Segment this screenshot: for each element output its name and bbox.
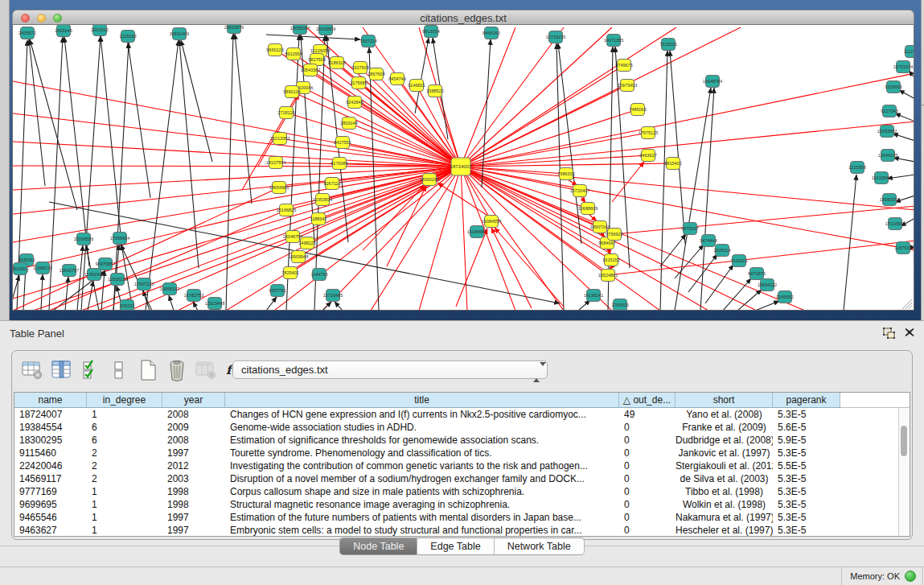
graph-node-label: 9827503 — [308, 57, 325, 62]
graph-node-label: 18724007 — [450, 164, 472, 169]
graph-edge — [33, 167, 461, 311]
graph-edge — [303, 88, 461, 167]
graph-edge — [65, 277, 68, 311]
table-cell: Estimation of significance thresholds fo… — [225, 434, 619, 447]
graph-edge — [371, 167, 461, 311]
tab-network-table[interactable]: Network Table — [495, 538, 585, 555]
column-visibility-icon[interactable] — [49, 359, 73, 381]
table-cell: Dudbridge et al. (2008) — [676, 434, 773, 447]
graph-edge — [322, 302, 331, 311]
scrollbar-thumb[interactable] — [901, 426, 907, 456]
graph-edge — [101, 36, 121, 242]
graph-node-label: 1783426 — [611, 303, 628, 307]
table-scrollbar[interactable] — [898, 408, 910, 537]
delete-column-icon[interactable] — [194, 359, 218, 381]
graph-node-label: 13942757 — [60, 268, 79, 273]
table-cell: 5.3E-5 — [773, 511, 840, 524]
node-table: namein_degreeyeartitle△ out_de...shortpa… — [14, 392, 910, 537]
graph-node-label: 12213383 — [270, 136, 290, 141]
graph-edge — [369, 47, 379, 311]
delete-table-icon[interactable] — [165, 359, 189, 381]
column-header-title[interactable]: title — [225, 393, 619, 408]
memory-status[interactable]: Memory: OK — [841, 567, 923, 585]
graph-edge — [581, 197, 585, 203]
table-cell: Structural magnetic resonance image aver… — [225, 498, 619, 511]
table-row[interactable]: 1830029562008Estimation of significance … — [14, 434, 910, 447]
graph-node-label: 1144793 — [310, 272, 327, 277]
network-graph[interactable]: 2405572230914620615102115193306914062393… — [13, 25, 914, 311]
table-row[interactable]: 1456911722003Disruption of a novel membe… — [14, 472, 910, 485]
graph-node-label: 9227343 — [881, 109, 897, 113]
network-desktop: citations_edges.txt 24055722309146206151… — [0, 0, 924, 320]
graph-node-label: 10719155 — [546, 35, 565, 39]
tab-edge-table[interactable]: Edge Table — [417, 538, 494, 555]
header-filler — [840, 393, 910, 408]
table-cell: 18724007 — [14, 408, 87, 421]
graph-node-label: 16524861 — [598, 273, 618, 278]
graph-node-label: 8813054 — [422, 29, 439, 34]
table-row[interactable]: 911546021997Tourette syndrome. Phenomeno… — [14, 447, 910, 459]
graph-node-label: 505193 — [120, 303, 134, 308]
select-all-rows-icon[interactable] — [78, 359, 102, 381]
resize-grip-icon[interactable] — [902, 299, 912, 309]
graph-node-label: 1588522 — [426, 89, 443, 93]
column-header-name[interactable]: name — [14, 393, 87, 408]
table-cell: Embryonic stem cells: a model to study s… — [225, 524, 619, 537]
table-browser: f(x) citations_edges.txt namein_degreeye… — [11, 350, 913, 540]
close-panel-icon[interactable] — [904, 327, 915, 338]
graph-edge — [13, 275, 19, 300]
network-canvas[interactable]: 2405572230914620615102115193306914062393… — [12, 25, 914, 311]
table-row[interactable]: 2242004622012Investigating the contribut… — [14, 459, 910, 472]
table-row[interactable]: 969969511998Structural magnetic resonanc… — [14, 498, 910, 511]
graph-node-label: 8427552 — [334, 140, 351, 145]
column-header-short[interactable]: short — [676, 393, 773, 408]
table-cell: 1 — [87, 408, 162, 421]
table-cell: 9777169 — [14, 485, 87, 498]
column-header-in_degree[interactable]: in_degree — [87, 393, 162, 408]
nodes-layer: 2405572230914620615102115193306914062393… — [13, 25, 914, 311]
column-header-year[interactable]: year — [162, 393, 225, 408]
table-row[interactable]: 1872400712008Changes of HCN gene express… — [14, 408, 910, 421]
graph-edge — [893, 158, 914, 162]
table-selector-dropdown[interactable]: citations_edges.txt — [232, 360, 548, 379]
graph-node-label: 30691406 — [170, 31, 189, 36]
graph-edge — [614, 206, 914, 234]
table-cell: 9115460 — [14, 447, 87, 459]
table-cell: 9465546 — [14, 511, 87, 524]
window-titlebar[interactable]: citations_edges.txt — [12, 10, 914, 25]
column-header-out_de[interactable]: △ out_de... — [619, 393, 676, 408]
table-cell: Jankovic et al. (1997) — [676, 447, 773, 459]
table-row[interactable]: 946362711997Embryonic stem cells: a mode… — [14, 524, 910, 537]
graph-node-label: 17016504 — [885, 221, 905, 226]
table-cell: 1998 — [162, 498, 225, 511]
table-row[interactable]: 1938455462009Genome-wide association stu… — [14, 421, 910, 434]
graph-node-label: 9684067 — [598, 241, 615, 245]
column-header-pagerank[interactable]: pagerank — [773, 393, 840, 408]
table-cell: 0 — [619, 459, 676, 472]
tab-node-table[interactable]: Node Table — [339, 538, 417, 555]
table-panel-title: Table Panel — [10, 328, 64, 340]
float-panel-icon[interactable] — [883, 328, 897, 340]
graph-edge — [755, 301, 779, 311]
table-row[interactable]: 946554611997Estimation of the future num… — [14, 511, 910, 524]
right-panel-edge — [921, 0, 924, 320]
table-cell: 1998 — [162, 485, 225, 498]
deselect-all-rows-icon[interactable] — [107, 359, 131, 381]
graph-node-label: 15716485 — [323, 293, 343, 298]
create-table-icon[interactable] — [136, 359, 160, 381]
graph-node-label: 11568193 — [33, 266, 52, 270]
table-cell: 0 — [619, 485, 676, 498]
table-row[interactable]: 977716911998Corpus callosum shape and si… — [14, 485, 910, 498]
table-cell: Investigating the contribution of common… — [225, 459, 619, 472]
graph-node-label: 8170084 — [331, 161, 347, 166]
graph-edge — [258, 94, 299, 166]
graph-edge — [589, 215, 597, 221]
graph-node-label: 15720407 — [570, 188, 589, 193]
graph-edge — [64, 37, 89, 266]
graph-edge — [128, 43, 150, 198]
graph-edge — [121, 245, 131, 300]
table-cell: 0 — [619, 447, 676, 459]
graph-node-label: 12226058 — [310, 48, 330, 53]
table-settings-icon[interactable] — [20, 359, 44, 381]
graph-node-label: 7986332 — [557, 171, 574, 176]
